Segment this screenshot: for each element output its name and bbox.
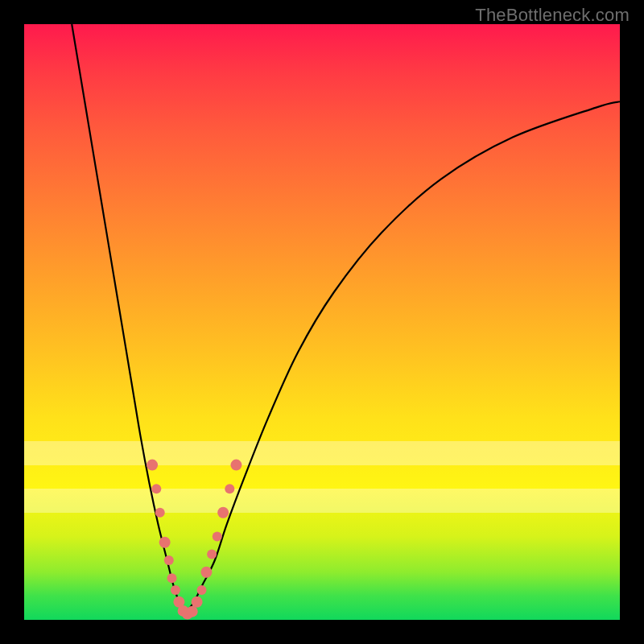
chart-frame: TheBottleneck.com bbox=[0, 0, 644, 644]
data-marker bbox=[225, 484, 234, 493]
data-marker bbox=[230, 460, 242, 471]
data-marker bbox=[213, 531, 222, 541]
data-marker bbox=[200, 567, 212, 578]
data-marker bbox=[197, 585, 207, 595]
curves-layer bbox=[24, 24, 620, 620]
plot-area bbox=[24, 24, 620, 620]
left-branch-curve bbox=[72, 24, 185, 614]
watermark-text: TheBottleneck.com bbox=[475, 5, 630, 26]
right-branch-curve bbox=[185, 101, 620, 613]
data-marker bbox=[147, 460, 158, 471]
data-marker bbox=[167, 573, 177, 583]
data-marker bbox=[207, 550, 217, 559]
data-marker bbox=[159, 537, 171, 548]
data-marker bbox=[171, 585, 180, 595]
data-marker bbox=[155, 508, 165, 518]
data-marker bbox=[164, 555, 174, 565]
data-marker bbox=[192, 597, 203, 608]
data-marker bbox=[151, 484, 161, 493]
data-marker bbox=[217, 507, 229, 518]
data-marker bbox=[187, 606, 198, 617]
marker-group bbox=[147, 460, 242, 620]
